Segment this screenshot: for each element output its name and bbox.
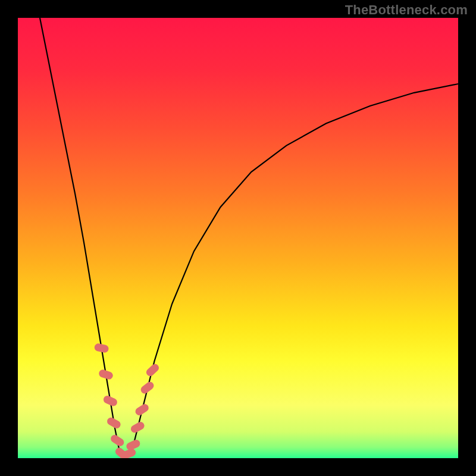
gradient-background	[18, 18, 458, 458]
plot-area	[18, 18, 458, 458]
bottleneck-chart	[18, 18, 458, 458]
outer-frame: TheBottleneck.com	[0, 0, 476, 476]
attribution-text: TheBottleneck.com	[345, 2, 468, 18]
